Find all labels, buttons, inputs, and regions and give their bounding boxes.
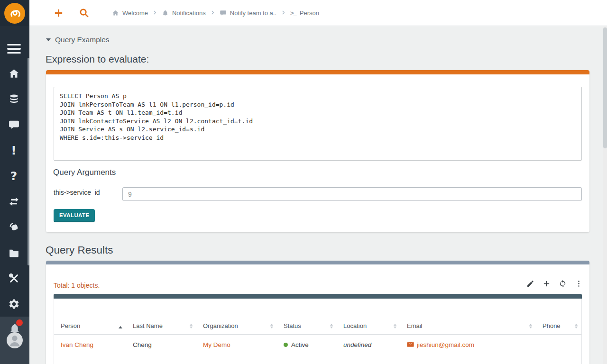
- global-search-button[interactable]: [79, 8, 90, 18]
- database-icon: [8, 93, 20, 105]
- argument-label: this->service_id: [54, 189, 100, 196]
- column-header-phone[interactable]: Phone: [536, 299, 581, 334]
- menu-toggle-icon[interactable]: [0, 36, 28, 62]
- sidebar-item-alerts[interactable]: !: [0, 137, 28, 163]
- breadcrumb-item-person[interactable]: >_ Person: [290, 9, 319, 17]
- sidebar-item-database[interactable]: [0, 86, 28, 112]
- user-avatar[interactable]: [7, 332, 23, 348]
- column-header-person[interactable]: Person: [54, 299, 126, 334]
- search-icon: [79, 8, 90, 18]
- email-link[interactable]: jieshiun@gmail.com: [417, 341, 474, 348]
- top-bar: Welcome Notifications Notify team to a..…: [29, 0, 607, 26]
- organization-link[interactable]: My Demo: [203, 341, 230, 348]
- email-cell: jieshiun@gmail.com: [400, 335, 536, 364]
- app-logo[interactable]: [4, 3, 25, 24]
- results-toolbar: [526, 280, 583, 288]
- table-accent-bar: [54, 294, 582, 299]
- evaluate-button[interactable]: EVALUATE: [54, 209, 95, 222]
- column-header-email[interactable]: Email: [400, 299, 536, 334]
- sidebar-scrollbar-thumb[interactable]: [28, 58, 29, 265]
- sort-asc-icon: [119, 326, 122, 329]
- column-header-location[interactable]: Location: [337, 299, 400, 334]
- refresh-button[interactable]: [559, 280, 567, 288]
- query-results-title: Query Results: [46, 244, 113, 256]
- home-icon: [8, 68, 20, 80]
- sort-icon: [190, 324, 193, 329]
- status-active-dot: [284, 343, 288, 347]
- collapse-header-label: Query Examples: [55, 36, 110, 44]
- breadcrumb-item-notifications[interactable]: Notifications: [162, 9, 206, 17]
- breadcrumb: Welcome Notifications Notify team to a..…: [112, 0, 319, 26]
- sidebar: ! ?: [0, 0, 29, 364]
- create-new-button[interactable]: [53, 8, 64, 18]
- sort-icon: [270, 324, 273, 329]
- plus-icon: [543, 280, 551, 288]
- sort-icon: [575, 324, 578, 329]
- location-value: undefined: [343, 341, 371, 348]
- question-icon: ?: [10, 169, 18, 183]
- sidebar-item-home[interactable]: [0, 61, 28, 86]
- results-panel: Total: 1 objects. Person: [46, 261, 589, 364]
- sidebar-item-help[interactable]: ?: [0, 163, 28, 189]
- results-table: Person Last Name Organization Status: [54, 294, 582, 364]
- person-link[interactable]: Ivan Cheng: [61, 341, 93, 348]
- refresh-icon: [559, 280, 567, 288]
- chevron-right-icon: [210, 9, 215, 17]
- column-header-status[interactable]: Status: [277, 299, 337, 334]
- sidebar-item-settings[interactable]: [0, 291, 28, 317]
- column-header-organization[interactable]: Organization: [196, 299, 277, 334]
- pencil-icon: [526, 280, 534, 288]
- logo-area: [0, 0, 29, 26]
- breadcrumb-label: Notifications: [172, 9, 206, 17]
- results-accent-bar: [46, 261, 589, 264]
- query-expression-textarea[interactable]: SELECT Person AS p JOIN lnkPersonToTeam …: [54, 87, 582, 161]
- main-content: Query Examples Expression to evaluate: S…: [29, 26, 607, 364]
- breadcrumb-label: Welcome: [122, 9, 148, 17]
- breadcrumb-label: Notify team to a..: [230, 9, 276, 17]
- folder-icon: [8, 247, 20, 259]
- breadcrumb-item-notify-team[interactable]: Notify team to a..: [220, 9, 276, 17]
- sidebar-item-services[interactable]: [0, 214, 28, 240]
- sidebar-item-documents[interactable]: [0, 240, 28, 265]
- notification-alert-dot: [16, 319, 23, 326]
- sidebar-item-tools[interactable]: [0, 265, 28, 291]
- kebab-menu-icon: [575, 280, 583, 288]
- breadcrumb-label: Person: [300, 9, 319, 17]
- chat-icon: [220, 9, 227, 17]
- exclamation-icon: !: [11, 144, 16, 157]
- results-total-text: Total: 1 objects.: [54, 282, 100, 289]
- caret-down-icon: [46, 38, 51, 41]
- page-scrollbar-thumb[interactable]: [603, 27, 607, 148]
- hand-swoosh-icon: [8, 221, 20, 233]
- gear-icon: [8, 298, 20, 310]
- query-examples-collapse-header[interactable]: Query Examples: [46, 36, 110, 44]
- sort-icon: [394, 324, 396, 329]
- argument-value-input[interactable]: [122, 187, 582, 201]
- plus-icon: [53, 8, 64, 18]
- expression-panel: SELECT Person AS p JOIN lnkPersonToTeam …: [46, 70, 589, 232]
- terminal-icon: >_: [290, 9, 296, 17]
- table-row: Ivan Cheng Cheng My Demo Active undefine…: [54, 335, 581, 364]
- query-arguments-title: Query Arguments: [53, 168, 116, 177]
- sort-icon: [529, 324, 532, 329]
- column-header-last-name[interactable]: Last Name: [126, 299, 196, 334]
- transfer-arrows-icon: [8, 196, 20, 208]
- more-actions-button[interactable]: [575, 280, 583, 288]
- panel-accent-bar: [46, 70, 589, 74]
- chevron-right-icon: [281, 9, 286, 17]
- status-cell: Active: [277, 335, 337, 364]
- table-header-row: Person Last Name Organization Status: [54, 299, 581, 335]
- home-icon: [112, 9, 119, 17]
- add-button[interactable]: [543, 280, 551, 288]
- status-value: Active: [291, 341, 309, 348]
- logo-squiggle-icon: [7, 5, 23, 21]
- envelope-icon: [407, 342, 414, 347]
- breadcrumb-item-welcome[interactable]: Welcome: [112, 9, 148, 17]
- sidebar-item-transfers[interactable]: [0, 189, 28, 214]
- edit-button[interactable]: [526, 280, 534, 288]
- chat-icon: [8, 119, 20, 131]
- tools-icon: [8, 273, 20, 284]
- sidebar-item-chat[interactable]: [0, 112, 28, 137]
- last-name-value: Cheng: [133, 341, 152, 348]
- avatar-icon: [7, 332, 23, 348]
